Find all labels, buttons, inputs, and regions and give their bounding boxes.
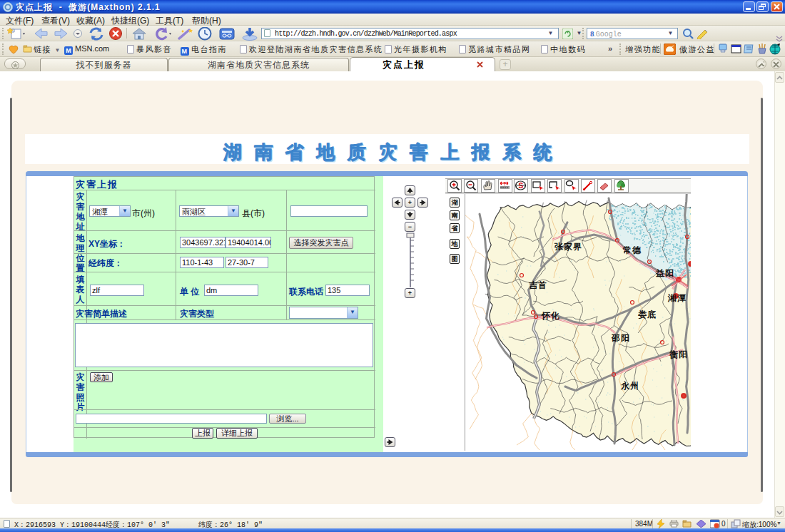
svg-text:湘潭: 湘潭: [667, 293, 687, 303]
svg-text:衡阳: 衡阳: [669, 349, 688, 359]
svg-text:怀化: 怀化: [541, 311, 560, 321]
svg-text:永州: 永州: [620, 381, 639, 391]
svg-text:益阳: 益阳: [656, 268, 674, 278]
svg-text:邵阳: 邵阳: [611, 333, 630, 343]
svg-text:吉首: 吉首: [529, 280, 547, 290]
svg-text:娄底: 娄底: [638, 310, 657, 319]
svg-text:?: ?: [503, 181, 506, 186]
svg-text:常德: 常德: [622, 245, 642, 255]
svg-text:张家界: 张家界: [554, 242, 582, 252]
